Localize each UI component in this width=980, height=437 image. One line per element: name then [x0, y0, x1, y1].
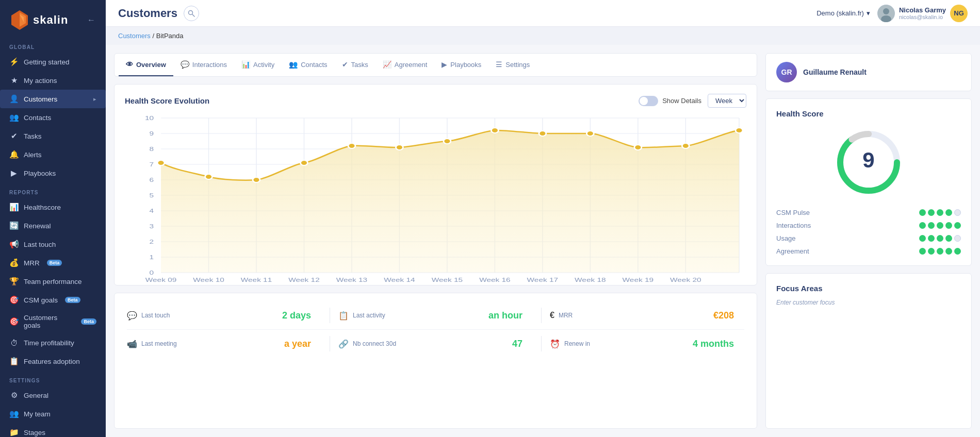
tab-overview[interactable]: 👁 Overview [119, 54, 173, 76]
stat-last-activity: 📋 Last activity an hour [338, 310, 533, 321]
svg-point-39 [539, 131, 546, 136]
svg-text:Week 09: Week 09 [145, 277, 176, 283]
target-icon: 🎯 [9, 295, 19, 305]
dot-2 [928, 209, 935, 216]
metric-usage: Usage [776, 234, 961, 242]
tab-label: Overview [136, 61, 166, 69]
last-activity-value: an hour [488, 310, 533, 321]
dot-2 [928, 248, 935, 255]
search-button[interactable] [184, 6, 199, 21]
sidebar-item-my-team[interactable]: 👥 My team [0, 405, 106, 423]
sidebar-item-label: Stages [24, 429, 45, 436]
donut-chart-wrap: 9 [776, 126, 961, 198]
agreement-icon: 📈 [383, 60, 391, 69]
beta-badge: Beta [81, 318, 96, 325]
tab-label: Agreement [395, 61, 428, 69]
gear-icon: ⚙ [9, 391, 19, 400]
demo-selector[interactable]: Demo (skalin.fr) ▾ [816, 9, 870, 17]
sidebar-item-team-performance[interactable]: 🏆 Team performance [0, 272, 106, 291]
mrr-icon: € [550, 311, 554, 320]
sidebar-item-stages[interactable]: 📁 Stages [0, 423, 106, 437]
collapse-button[interactable]: ← [87, 15, 95, 25]
sidebar-item-renewal[interactable]: 🔄 Renewal [0, 216, 106, 235]
svg-text:5: 5 [149, 192, 154, 198]
content-area: 👁 Overview 💬 Interactions 📊 Activity 👥 C… [106, 45, 980, 437]
show-details-toggle[interactable]: Show Details [639, 96, 701, 106]
tab-label: Activity [253, 61, 274, 69]
toggle-switch[interactable] [639, 96, 658, 106]
user-email: nicolas@skalin.io [899, 14, 946, 20]
sidebar-item-healthscore[interactable]: 📊 Healthscore [0, 198, 106, 216]
renew-in-value: 4 months [693, 339, 744, 349]
sidebar-item-customers-goals[interactable]: 🎯 Customers goals Beta [0, 309, 106, 334]
topbar-left: Customers [118, 6, 199, 21]
dot-5 [954, 209, 961, 216]
tab-settings[interactable]: ☰ Settings [488, 54, 537, 76]
sidebar-item-contacts[interactable]: 👥 Contacts [0, 108, 106, 127]
focus-areas-input[interactable]: Enter customer focus [776, 299, 961, 306]
dot-1 [919, 235, 926, 242]
sidebar-item-customers[interactable]: 👤 Customers ▸ [0, 90, 106, 108]
dot-3 [937, 235, 943, 242]
sidebar-item-last-touch[interactable]: 📢 Last touch [0, 235, 106, 254]
separator [541, 336, 542, 351]
tab-playbooks[interactable]: ▶ Playbooks [434, 54, 488, 76]
metric-csm-pulse: CSM Pulse [776, 209, 961, 216]
sidebar-item-csm-goals[interactable]: 🎯 CSM goals Beta [0, 291, 106, 309]
svg-point-34 [300, 160, 307, 165]
activity-icon: 📊 [241, 60, 250, 69]
tab-activity[interactable]: 📊 Activity [234, 54, 282, 76]
time-period-select[interactable]: Week [708, 94, 746, 108]
svg-text:Week 14: Week 14 [384, 277, 415, 283]
left-panel: 👁 Overview 💬 Interactions 📊 Activity 👥 C… [114, 53, 757, 429]
toggle-knob [640, 97, 648, 105]
sidebar-item-tasks[interactable]: ✔ Tasks [0, 127, 106, 145]
sidebar-item-alerts[interactable]: 🔔 Alerts [0, 145, 106, 164]
beta-badge: Beta [65, 297, 80, 303]
reports-section-label: REPORTS [0, 182, 106, 198]
csm-name: Guillaume Renault [803, 68, 867, 76]
dot-4 [945, 222, 952, 229]
tab-agreement[interactable]: 📈 Agreement [375, 54, 435, 76]
mrr-label: MRR [559, 312, 573, 319]
tab-label: Interactions [192, 61, 227, 69]
user-avatar-photo [877, 5, 895, 22]
sidebar-item-playbooks[interactable]: ▶ Playbooks [0, 164, 106, 182]
mrr-value: €208 [713, 310, 744, 321]
health-score-svg: 10 9 8 7 6 5 4 3 2 1 0 Week 09 Week 10 [125, 113, 746, 283]
svg-point-6 [883, 8, 889, 14]
sidebar-item-label: Team performance [24, 278, 82, 285]
tab-interactions[interactable]: 💬 Interactions [173, 54, 234, 76]
tab-contacts[interactable]: 👥 Contacts [282, 54, 334, 76]
customers-target-icon: 🎯 [9, 317, 19, 326]
tabs-bar: 👁 Overview 💬 Interactions 📊 Activity 👥 C… [114, 53, 757, 77]
svg-point-42 [682, 143, 689, 148]
svg-text:9: 9 [862, 148, 874, 172]
svg-point-35 [348, 143, 355, 148]
breadcrumb: Customers / BitPanda [106, 27, 980, 45]
sidebar-item-features-adoption[interactable]: 📋 Features adoption [0, 352, 106, 371]
svg-text:Week 16: Week 16 [479, 277, 510, 283]
usage-dots [919, 235, 961, 242]
stat-last-touch: 💬 Last touch 2 days [127, 310, 321, 321]
tasks-icon: ✔ [342, 60, 348, 69]
dot-3 [937, 209, 943, 216]
svg-point-36 [396, 145, 403, 150]
sidebar-item-general[interactable]: ⚙ General [0, 386, 106, 405]
svg-text:6: 6 [149, 177, 154, 183]
main-area: Customers Demo (skalin.fr) ▾ [106, 0, 980, 437]
chart-icon: 📊 [9, 203, 19, 212]
sidebar-item-my-actions[interactable]: ★ My actions [0, 71, 106, 90]
tab-tasks[interactable]: ✔ Tasks [335, 54, 375, 76]
sidebar-item-time-profitability[interactable]: ⏱ Time profitability [0, 334, 106, 352]
sidebar-item-mrr[interactable]: 💰 MRR Beta [0, 254, 106, 272]
skalin-logo-icon [10, 9, 29, 31]
nb-connect-label: Nb connect 30d [353, 340, 396, 347]
dot-2 [928, 235, 935, 242]
breadcrumb-parent[interactable]: Customers [118, 32, 151, 40]
stat-renew-in: ⏰ Renew in 4 months [550, 339, 744, 349]
sidebar-item-getting-started[interactable]: ⚡ Getting started [0, 53, 106, 71]
dot-4 [945, 235, 952, 242]
meeting-icon: 📹 [127, 339, 137, 349]
svg-text:Week 19: Week 19 [623, 277, 654, 283]
